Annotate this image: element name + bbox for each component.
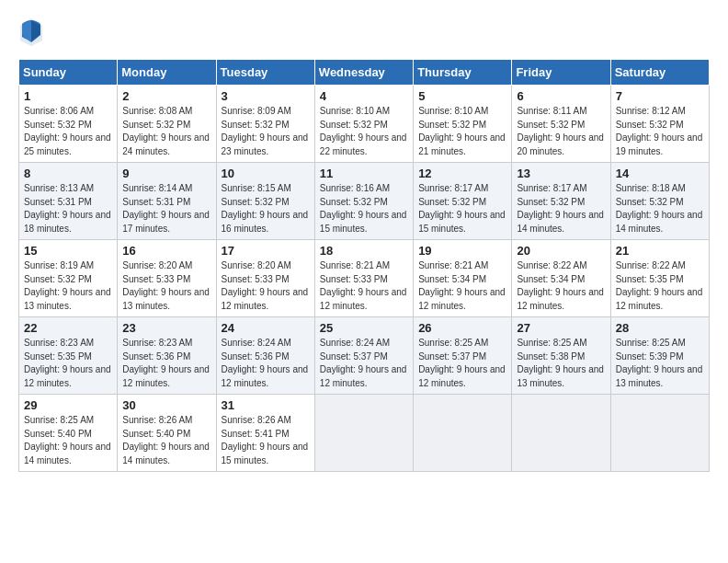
calendar-cell: 27Sunrise: 8:25 AMSunset: 5:38 PMDayligh… [512,317,610,395]
calendar-header-friday: Friday [512,60,610,86]
day-number: 1 [24,89,112,103]
day-number: 5 [418,89,506,103]
day-info: Sunrise: 8:11 AMSunset: 5:32 PMDaylight:… [517,105,605,158]
day-number: 25 [320,321,408,335]
day-number: 9 [122,167,210,180]
calendar-cell: 24Sunrise: 8:24 AMSunset: 5:36 PMDayligh… [216,317,314,395]
header [18,17,710,48]
calendar-cell: 15Sunrise: 8:19 AMSunset: 5:32 PMDayligh… [19,240,118,317]
calendar-week-row: 22Sunrise: 8:23 AMSunset: 5:35 PMDayligh… [19,317,710,395]
calendar-cell: 19Sunrise: 8:21 AMSunset: 5:34 PMDayligh… [414,240,512,317]
calendar-cell: 4Sunrise: 8:10 AMSunset: 5:32 PMDaylight… [314,86,413,163]
day-info: Sunrise: 8:13 AMSunset: 5:31 PMDaylight:… [24,182,112,236]
day-info: Sunrise: 8:22 AMSunset: 5:35 PMDaylight:… [616,259,704,313]
day-number: 26 [418,321,506,335]
calendar-cell [610,395,709,472]
day-number: 29 [24,398,112,412]
day-info: Sunrise: 8:23 AMSunset: 5:35 PMDaylight:… [24,337,112,390]
day-number: 15 [24,244,112,258]
calendar-cell: 6Sunrise: 8:11 AMSunset: 5:32 PMDaylight… [512,86,610,163]
calendar-cell: 3Sunrise: 8:09 AMSunset: 5:32 PMDaylight… [216,86,314,163]
day-info: Sunrise: 8:20 AMSunset: 5:33 PMDaylight:… [122,259,210,313]
day-number: 22 [24,321,112,335]
calendar-header-wednesday: Wednesday [314,60,413,86]
calendar-cell: 18Sunrise: 8:21 AMSunset: 5:33 PMDayligh… [314,240,413,317]
calendar-cell: 8Sunrise: 8:13 AMSunset: 5:31 PMDaylight… [19,163,118,240]
day-number: 20 [517,244,605,258]
page: SundayMondayTuesdayWednesdayThursdayFrid… [0,0,728,563]
day-info: Sunrise: 8:25 AMSunset: 5:38 PMDaylight:… [517,337,605,390]
day-info: Sunrise: 8:21 AMSunset: 5:34 PMDaylight:… [418,259,506,313]
calendar-cell: 17Sunrise: 8:20 AMSunset: 5:33 PMDayligh… [216,240,314,317]
calendar-cell: 13Sunrise: 8:17 AMSunset: 5:32 PMDayligh… [512,163,610,240]
day-number: 16 [122,244,210,258]
calendar-week-row: 15Sunrise: 8:19 AMSunset: 5:32 PMDayligh… [19,240,710,317]
calendar-header-sunday: Sunday [19,60,118,86]
day-number: 6 [517,89,605,103]
calendar-cell: 5Sunrise: 8:10 AMSunset: 5:32 PMDaylight… [414,86,512,163]
day-number: 10 [222,167,310,180]
calendar-header-row: SundayMondayTuesdayWednesdayThursdayFrid… [19,60,710,86]
day-number: 28 [616,321,704,335]
calendar-cell: 30Sunrise: 8:26 AMSunset: 5:40 PMDayligh… [118,395,216,472]
day-info: Sunrise: 8:22 AMSunset: 5:34 PMDaylight:… [517,259,605,313]
calendar-cell: 28Sunrise: 8:25 AMSunset: 5:39 PMDayligh… [610,317,709,395]
calendar-cell: 11Sunrise: 8:16 AMSunset: 5:32 PMDayligh… [314,163,413,240]
calendar-week-row: 8Sunrise: 8:13 AMSunset: 5:31 PMDaylight… [19,163,710,240]
calendar-week-row: 1Sunrise: 8:06 AMSunset: 5:32 PMDaylight… [19,86,710,163]
day-info: Sunrise: 8:08 AMSunset: 5:32 PMDaylight:… [122,105,210,158]
calendar-cell: 16Sunrise: 8:20 AMSunset: 5:33 PMDayligh… [118,240,216,317]
day-number: 2 [122,89,210,103]
day-number: 23 [122,321,210,335]
calendar-cell: 2Sunrise: 8:08 AMSunset: 5:32 PMDaylight… [118,86,216,163]
day-info: Sunrise: 8:14 AMSunset: 5:31 PMDaylight:… [122,182,210,236]
day-number: 3 [222,89,310,103]
calendar-cell: 14Sunrise: 8:18 AMSunset: 5:32 PMDayligh… [610,163,709,240]
day-number: 14 [616,167,704,180]
day-number: 4 [320,89,408,103]
calendar-header-thursday: Thursday [414,60,512,86]
logo [18,17,48,48]
calendar-cell [512,395,610,472]
day-info: Sunrise: 8:10 AMSunset: 5:32 PMDaylight:… [320,105,408,158]
calendar-cell: 10Sunrise: 8:15 AMSunset: 5:32 PMDayligh… [216,163,314,240]
calendar-cell: 21Sunrise: 8:22 AMSunset: 5:35 PMDayligh… [610,240,709,317]
calendar-cell: 20Sunrise: 8:22 AMSunset: 5:34 PMDayligh… [512,240,610,317]
day-number: 24 [222,321,310,335]
day-number: 17 [222,244,310,258]
calendar-cell [314,395,413,472]
day-number: 8 [24,167,112,180]
day-info: Sunrise: 8:25 AMSunset: 5:37 PMDaylight:… [418,337,506,390]
calendar-table: SundayMondayTuesdayWednesdayThursdayFrid… [18,59,710,472]
day-info: Sunrise: 8:25 AMSunset: 5:39 PMDaylight:… [616,337,704,390]
day-number: 27 [517,321,605,335]
day-info: Sunrise: 8:20 AMSunset: 5:33 PMDaylight:… [222,259,310,313]
day-info: Sunrise: 8:12 AMSunset: 5:32 PMDaylight:… [616,105,704,158]
day-info: Sunrise: 8:09 AMSunset: 5:32 PMDaylight:… [222,105,310,158]
day-info: Sunrise: 8:21 AMSunset: 5:33 PMDaylight:… [320,259,408,313]
calendar-header-monday: Monday [118,60,216,86]
day-number: 30 [122,398,210,412]
day-info: Sunrise: 8:26 AMSunset: 5:40 PMDaylight:… [122,414,210,467]
calendar-cell: 7Sunrise: 8:12 AMSunset: 5:32 PMDaylight… [610,86,709,163]
calendar-cell: 22Sunrise: 8:23 AMSunset: 5:35 PMDayligh… [19,317,118,395]
calendar-header-tuesday: Tuesday [216,60,314,86]
calendar-cell: 25Sunrise: 8:24 AMSunset: 5:37 PMDayligh… [314,317,413,395]
day-number: 18 [320,244,408,258]
day-info: Sunrise: 8:17 AMSunset: 5:32 PMDaylight:… [418,182,506,236]
day-info: Sunrise: 8:23 AMSunset: 5:36 PMDaylight:… [122,337,210,390]
day-info: Sunrise: 8:26 AMSunset: 5:41 PMDaylight:… [222,414,310,467]
day-info: Sunrise: 8:17 AMSunset: 5:32 PMDaylight:… [517,182,605,236]
day-info: Sunrise: 8:24 AMSunset: 5:36 PMDaylight:… [222,337,310,390]
day-info: Sunrise: 8:24 AMSunset: 5:37 PMDaylight:… [320,337,408,390]
calendar-cell: 1Sunrise: 8:06 AMSunset: 5:32 PMDaylight… [19,86,118,163]
calendar-cell: 26Sunrise: 8:25 AMSunset: 5:37 PMDayligh… [414,317,512,395]
day-info: Sunrise: 8:16 AMSunset: 5:32 PMDaylight:… [320,182,408,236]
calendar-cell [414,395,512,472]
day-info: Sunrise: 8:18 AMSunset: 5:32 PMDaylight:… [616,182,704,236]
day-number: 21 [616,244,704,258]
calendar-cell: 23Sunrise: 8:23 AMSunset: 5:36 PMDayligh… [118,317,216,395]
day-number: 12 [418,167,506,180]
calendar-cell: 29Sunrise: 8:25 AMSunset: 5:40 PMDayligh… [19,395,118,472]
calendar-cell: 12Sunrise: 8:17 AMSunset: 5:32 PMDayligh… [414,163,512,240]
